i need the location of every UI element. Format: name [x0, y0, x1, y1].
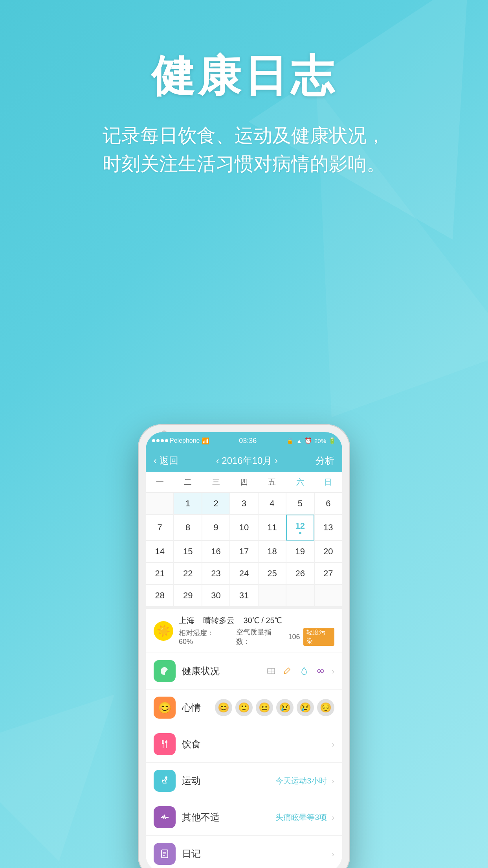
cal-cell-10[interactable]: 10: [230, 515, 258, 541]
calendar-grid: 1 2 3 4 5 6 7 8 9 10 11 12 13: [146, 493, 342, 607]
svg-point-12: [165, 776, 167, 779]
cal-cell-25[interactable]: 25: [258, 563, 286, 585]
cal-cell-8[interactable]: 8: [174, 515, 202, 541]
cal-cell-15[interactable]: 15: [174, 541, 202, 563]
cal-cell-17[interactable]: 17: [230, 541, 258, 563]
cal-cell-18[interactable]: 18: [258, 541, 286, 563]
exercise-icon: [154, 770, 176, 792]
cal-cell-7[interactable]: 7: [146, 515, 174, 541]
cal-cell-29[interactable]: 29: [174, 585, 202, 607]
cal-cell-22[interactable]: 22: [174, 563, 202, 585]
mood-terrible[interactable]: 😔: [317, 699, 334, 716]
cal-cell-23[interactable]: 23: [202, 563, 230, 585]
weather-condition: 晴转多云: [203, 616, 235, 625]
scale-icon: [265, 665, 277, 677]
weather-aqi-label: 空气质量指数：: [236, 627, 285, 646]
diary-chevron: ›: [332, 850, 334, 859]
cal-cell-13[interactable]: 13: [314, 515, 342, 541]
location-icon: ▲: [296, 438, 302, 444]
lock-icon: 🔒: [286, 437, 294, 444]
weather-info: 上海 晴转多云 30℃ / 25℃ 相对湿度：60% 空气质量指数： 106 轻: [179, 615, 334, 646]
weather-main: 上海 晴转多云 30℃ / 25℃: [179, 615, 334, 626]
cal-cell-6[interactable]: 6: [314, 493, 342, 515]
water-icon: [298, 665, 310, 677]
exercise-right: 今天运动3小时 ›: [275, 776, 334, 786]
list-item-mood[interactable]: 😊 心情 😊 🙂 😐 😢 😢 😔: [146, 690, 342, 726]
weather-humidity: 相对湿度：60%: [179, 628, 228, 646]
weekday-headers: 一 二 三 四 五 六 日: [146, 472, 342, 493]
cal-cell-empty-1[interactable]: [146, 493, 174, 515]
cal-cell-1[interactable]: 1: [174, 493, 202, 515]
cal-cell-28[interactable]: 28: [146, 585, 174, 607]
subtitle-line2: 时刻关注生活习惯对病情的影响。: [103, 153, 385, 174]
cal-cell-4[interactable]: 4: [258, 493, 286, 515]
cal-cell-24[interactable]: 24: [230, 563, 258, 585]
cal-cell-26[interactable]: 26: [286, 563, 314, 585]
list-item-exercise[interactable]: 运动 今天运动3小时 ›: [146, 763, 342, 799]
cal-cell-empty-3: [286, 585, 314, 607]
weather-icon: ☀️: [154, 621, 173, 641]
cal-cell-21[interactable]: 21: [146, 563, 174, 585]
cal-cell-27[interactable]: 27: [314, 563, 342, 585]
list-item-health[interactable]: 健康状况: [146, 653, 342, 690]
status-time: 03:36: [239, 437, 257, 445]
smile-emoji: 😊: [158, 701, 172, 714]
cal-cell-empty-2: [258, 585, 286, 607]
nav-title: ‹ 2016年10月 ›: [216, 454, 278, 467]
status-right: 🔒 ▲ ⏰ 20% 🔋: [286, 437, 336, 444]
mood-neutral[interactable]: 😐: [256, 699, 273, 716]
list-item-diary[interactable]: 日记 ›: [146, 836, 342, 868]
discomfort-icon: [154, 806, 176, 828]
info-section: ☀️ 上海 晴转多云 30℃ / 25℃ 相对湿度：60%: [146, 607, 342, 868]
cal-cell-empty-4: [314, 585, 342, 607]
mood-sad[interactable]: 😢: [276, 699, 294, 716]
signal-dots: [152, 439, 168, 442]
cal-cell-16[interactable]: 16: [202, 541, 230, 563]
carrier-name: Pelephone: [170, 437, 200, 444]
app-title: 健康日志: [0, 47, 488, 106]
mood-very-happy[interactable]: 😊: [215, 699, 232, 716]
pencil-icon: [281, 665, 294, 677]
today-dot: [299, 532, 301, 534]
cal-cell-31[interactable]: 31: [230, 585, 258, 607]
diary-icon: [154, 843, 176, 865]
alarm-icon: ⏰: [305, 437, 312, 444]
cal-cell-19[interactable]: 19: [286, 541, 314, 563]
weather-aqi-value: 106: [288, 633, 300, 641]
health-icons: [265, 665, 327, 677]
back-label: ‹ 返回: [154, 454, 178, 467]
cal-cell-3[interactable]: 3: [230, 493, 258, 515]
cal-cell-14[interactable]: 14: [146, 541, 174, 563]
link-icon: [314, 665, 327, 677]
nav-bar: ‹ 返回 ‹ 2016年10月 › 分析: [146, 449, 342, 472]
discomfort-right: 头痛眩晕等3项 ›: [275, 812, 334, 823]
weather-detail: 相对湿度：60% 空气质量指数： 106 轻度污染: [179, 627, 334, 646]
cal-cell-5[interactable]: 5: [286, 493, 314, 515]
pollution-badge: 轻度污染: [303, 628, 334, 646]
diet-label: 饮食: [182, 738, 325, 750]
phone-mockup: Pelephone 📶 03:36 🔒 ▲ ⏰ 20% 🔋 ‹ 返回 ‹ 201…: [138, 424, 350, 868]
cal-cell-2[interactable]: 2: [202, 493, 230, 515]
mood-happy[interactable]: 🙂: [235, 699, 253, 716]
list-item-discomfort[interactable]: 其他不适 头痛眩晕等3项 ›: [146, 799, 342, 836]
mood-very-sad[interactable]: 😢: [297, 699, 314, 716]
cal-cell-20[interactable]: 20: [314, 541, 342, 563]
list-item-diet[interactable]: 饮食 ›: [146, 726, 342, 763]
subtitle-line1: 记录每日饮食、运动及健康状况，: [103, 125, 385, 146]
water-svg: [299, 666, 309, 676]
fork-icon: [159, 739, 170, 750]
weather-row: ☀️ 上海 晴转多云 30℃ / 25℃ 相对湿度：60%: [146, 609, 342, 653]
cal-cell-12[interactable]: 12: [286, 515, 314, 541]
phone-screen: Pelephone 📶 03:36 🔒 ▲ ⏰ 20% 🔋 ‹ 返回 ‹ 201…: [146, 432, 342, 868]
signal-dot-3: [161, 439, 164, 442]
scale-svg: [266, 666, 276, 676]
diary-svg: [159, 848, 170, 859]
back-button[interactable]: ‹ 返回: [154, 454, 178, 467]
cal-cell-9[interactable]: 9: [202, 515, 230, 541]
cal-cell-11[interactable]: 11: [258, 515, 286, 541]
cal-cell-30[interactable]: 30: [202, 585, 230, 607]
analysis-button[interactable]: 分析: [316, 454, 334, 467]
discomfort-label: 其他不适: [182, 811, 269, 824]
status-bar: Pelephone 📶 03:36 🔒 ▲ ⏰ 20% 🔋: [146, 432, 342, 449]
weather-city: 上海: [179, 616, 194, 625]
